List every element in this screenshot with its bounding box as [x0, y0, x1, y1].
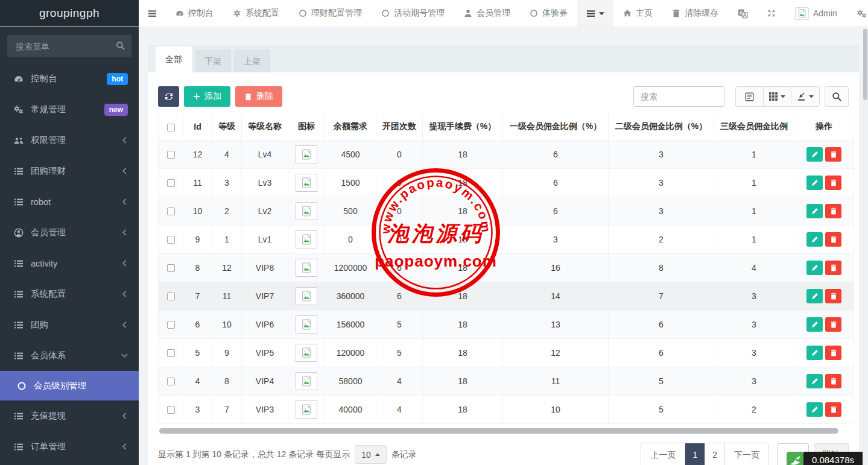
table-row[interactable]: 59VIP51200005181263 — [159, 338, 854, 367]
sidebar-item-group-buy[interactable]: 团购 — [0, 309, 139, 340]
edit-button[interactable] — [806, 204, 823, 218]
sidebar-item-recharge-withdraw[interactable]: 充值提现 — [0, 400, 139, 431]
sidebar-item-activity[interactable]: activity — [0, 248, 139, 279]
delete-row-button[interactable] — [825, 147, 841, 162]
edit-button[interactable] — [806, 176, 823, 190]
table-row[interactable]: 610VIP61560005181363 — [159, 310, 854, 338]
nav-item-label: 体验券 — [542, 8, 568, 19]
columns-button[interactable] — [764, 87, 791, 106]
sidebar-item-member-level[interactable]: 会员级别管理 — [0, 371, 139, 400]
trace-badge[interactable]: 0.084378s — [787, 452, 863, 465]
sidebar-item-general-management[interactable]: 常规管理new — [0, 94, 139, 125]
scrollbar-thumb[interactable] — [863, 29, 867, 100]
edit-button[interactable] — [806, 402, 823, 417]
nav-item-console[interactable]: 控制台 — [166, 0, 223, 27]
row-checkbox[interactable] — [167, 264, 175, 272]
page-button-2[interactable]: 2 — [705, 443, 725, 465]
sidebar-item-member-system[interactable]: 会员体系 — [0, 340, 139, 371]
table-row[interactable]: 113Lv31500018631 — [159, 168, 854, 197]
broken-image-icon — [300, 233, 312, 245]
sidebar-item-permissions[interactable]: 权限管理 — [0, 125, 139, 156]
cell-commission-l1: 11 — [503, 367, 609, 395]
row-checkbox[interactable] — [167, 236, 175, 244]
delete-row-button[interactable] — [825, 374, 841, 388]
row-checkbox[interactable] — [167, 293, 175, 300]
refresh-button[interactable] — [158, 86, 179, 107]
vertical-scrollbar[interactable] — [863, 27, 868, 465]
table-row[interactable]: 91Lv10018321 — [159, 225, 854, 253]
cell-balance: 4500 — [325, 140, 376, 168]
nav-item-member-management[interactable]: 会员管理 — [454, 0, 520, 27]
clear-cache-button[interactable]: 清除缓存 — [662, 0, 728, 27]
page-size-dropdown[interactable]: 10 — [355, 445, 387, 464]
delete-row-button[interactable] — [825, 204, 841, 218]
select-all-checkbox[interactable] — [167, 124, 175, 131]
nav-item-activity-period[interactable]: 活动期号管理 — [372, 0, 454, 27]
row-checkbox[interactable] — [167, 406, 175, 414]
edit-button[interactable] — [806, 261, 823, 275]
nav-item-experience-coupon[interactable]: 体验券 — [520, 0, 577, 27]
horizontal-scrollbar[interactable] — [159, 428, 838, 434]
tab-all[interactable]: 全部 — [156, 46, 192, 72]
user-menu[interactable]: Admin — [785, 0, 847, 27]
edit-button[interactable] — [806, 374, 823, 388]
home-button[interactable]: 主页 — [613, 0, 662, 27]
broken-image-icon — [300, 262, 312, 274]
refresh-icon — [165, 92, 173, 101]
sidebar-search-input[interactable] — [7, 35, 131, 57]
edit-button[interactable] — [806, 346, 823, 360]
table-footer: 显示第 1 到第 10 条记录，总共 12 条记录 每页显示 10 条记录 上一… — [158, 434, 849, 465]
table-row[interactable]: 124Lv44500018631 — [159, 140, 854, 168]
tab-online[interactable]: 上架 — [234, 49, 270, 72]
row-checkbox[interactable] — [167, 179, 175, 187]
pagination-group: 上一页12下一页 — [641, 443, 769, 465]
edit-button[interactable] — [806, 289, 823, 303]
table-row[interactable]: 102Lv2500018631 — [159, 197, 854, 225]
sidebar-item-member-management[interactable]: 会员管理 — [0, 217, 139, 248]
delete-row-button[interactable] — [825, 176, 841, 190]
search-icon[interactable] — [116, 41, 125, 50]
nav-item-system-config[interactable]: 系统配置 — [223, 0, 289, 27]
row-checkbox[interactable] — [167, 151, 175, 159]
sidebar-item-system-config[interactable]: 系统配置 — [0, 279, 139, 309]
delete-row-button[interactable] — [825, 317, 841, 332]
edit-button[interactable] — [806, 147, 823, 162]
table-row[interactable]: 711VIP73600006181473 — [159, 282, 854, 310]
prev-page-button[interactable]: 上一页 — [641, 443, 685, 465]
sidebar-item-order-management[interactable]: 订单管理 — [0, 431, 139, 462]
table-row[interactable]: 37VIP3400004181052 — [159, 395, 854, 423]
tab-offline[interactable]: 下架 — [195, 49, 231, 72]
delete-row-button[interactable] — [825, 402, 841, 417]
sidebar-item-group-finance[interactable]: 团购理财 — [0, 156, 139, 186]
next-page-button[interactable]: 下一页 — [725, 443, 768, 465]
export-button[interactable] — [791, 87, 819, 106]
add-button[interactable]: 添加 — [184, 86, 230, 107]
sidebar-toggle-button[interactable] — [139, 0, 166, 27]
table-row[interactable]: 812VIP812000006181684 — [159, 253, 854, 282]
row-checkbox[interactable] — [167, 207, 175, 215]
top-menu-dropdown-toggle[interactable] — [577, 0, 613, 27]
delete-row-button[interactable] — [825, 261, 841, 275]
row-checkbox[interactable] — [167, 321, 175, 329]
table-row[interactable]: 48VIP4580004181153 — [159, 367, 854, 395]
row-checkbox[interactable] — [167, 349, 175, 357]
delete-button[interactable]: 删除 — [235, 86, 282, 107]
row-checkbox[interactable] — [167, 378, 175, 385]
edit-button[interactable] — [806, 232, 823, 247]
settings-button[interactable] — [847, 0, 868, 27]
page-button-1[interactable]: 1 — [685, 443, 705, 465]
main-content: 全部下架上架 添加 删除 — [139, 27, 868, 465]
delete-row-button[interactable] — [825, 289, 841, 303]
sidebar-item-robot[interactable]: robot — [0, 186, 139, 217]
nav-item-finance-config[interactable]: 理财配置管理 — [289, 0, 372, 27]
edit-button[interactable] — [806, 317, 823, 332]
delete-row-button[interactable] — [825, 346, 841, 360]
fullscreen-button[interactable] — [758, 0, 785, 27]
sidebar-item-console[interactable]: 控制台hot — [0, 63, 139, 94]
table-search-input[interactable] — [633, 86, 724, 107]
detail-view-button[interactable] — [736, 87, 764, 106]
cell-balance: 0 — [325, 225, 376, 253]
search-toggle-button[interactable] — [825, 86, 849, 107]
language-button[interactable] — [728, 0, 758, 27]
delete-row-button[interactable] — [825, 232, 841, 247]
